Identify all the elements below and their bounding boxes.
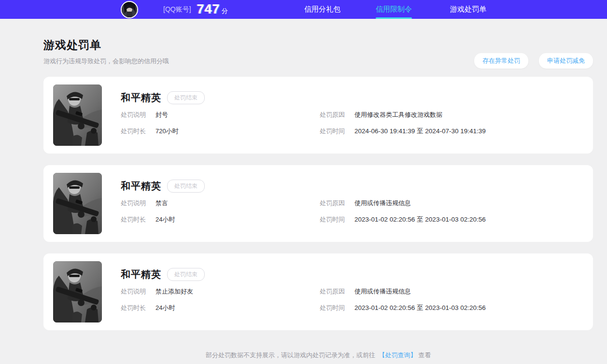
- tab-credit-gift[interactable]: 信用分礼包: [304, 0, 340, 19]
- reason-value: 使用或传播违规信息: [354, 287, 593, 296]
- main-content: 游戏处罚单 游戏行为违规导致处罚，会影响您的信用分哦 存在异常处罚 申请处罚减免: [43, 19, 593, 360]
- desc-value: 禁言: [155, 199, 320, 208]
- credit-score-unit: 分: [222, 7, 228, 15]
- duration-value: 720小时: [155, 127, 320, 136]
- desc-value: 禁止添加好友: [155, 287, 320, 296]
- reason-label: 处罚原因: [320, 199, 354, 208]
- reason-label: 处罚原因: [320, 111, 354, 119]
- reason-value: 使用或传播违规信息: [354, 199, 593, 208]
- top-navbar: [QQ账号] 747 分 信用分礼包 信用限制令 游戏处罚单: [0, 0, 607, 19]
- desc-label: 处罚说明: [121, 287, 155, 296]
- game-cover-image: [53, 261, 102, 322]
- game-thumbnail: [53, 173, 102, 234]
- navbar-tabs: 信用分礼包 信用限制令 游戏处罚单: [304, 0, 486, 19]
- header-buttons: 存在异常处罚 申请处罚减免: [474, 53, 593, 69]
- duration-label: 处罚时长: [121, 215, 155, 224]
- tab-credit-restriction[interactable]: 信用限制令: [376, 0, 412, 19]
- status-badge: 处罚结束: [167, 268, 205, 281]
- page-header: 游戏处罚单 游戏行为违规导致处罚，会影响您的信用分哦 存在异常处罚 申请处罚减免: [43, 19, 593, 66]
- game-thumbnail: [53, 84, 102, 146]
- time-label: 处罚时间: [320, 127, 354, 136]
- duration-value: 24小时: [155, 304, 320, 312]
- desc-label: 处罚说明: [121, 111, 155, 119]
- game-cover-image: [53, 173, 102, 234]
- time-label: 处罚时间: [320, 215, 354, 224]
- page-title: 游戏处罚单: [43, 38, 593, 53]
- user-avatar[interactable]: [121, 1, 138, 18]
- footer-text-before: 部分处罚数据不支持展示，请以游戏内处罚记录为准，或前往: [206, 351, 375, 359]
- tab-game-penalty[interactable]: 游戏处罚单: [450, 0, 486, 19]
- time-value: 2024-06-30 19:41:39 至 2024-07-30 19:41:3…: [354, 127, 593, 136]
- penalty-card: 和平精英 处罚结束 处罚说明 禁止添加好友 处罚原因 使用或传播违规信息 处罚时…: [43, 253, 593, 330]
- desc-label: 处罚说明: [121, 199, 155, 208]
- time-label: 处罚时间: [320, 304, 354, 312]
- reason-label: 处罚原因: [320, 287, 354, 296]
- footer-text-after: 查看: [418, 351, 431, 359]
- status-badge: 处罚结束: [167, 180, 205, 193]
- account-type-label: [QQ账号]: [163, 5, 191, 14]
- time-value: 2023-01-02 02:20:56 至 2023-01-03 02:20:5…: [354, 304, 593, 312]
- penalty-query-link[interactable]: 【处罚查询】: [379, 351, 417, 359]
- time-value: 2023-01-02 02:20:56 至 2023-01-03 02:20:5…: [354, 215, 593, 224]
- duration-value: 24小时: [155, 215, 320, 224]
- game-name: 和平精英: [121, 268, 161, 281]
- duration-label: 处罚时长: [121, 304, 155, 312]
- credit-score: [QQ账号] 747 分: [163, 0, 228, 19]
- game-name: 和平精英: [121, 91, 161, 104]
- penalty-card-body: 和平精英 处罚结束 处罚说明 禁言 处罚原因 使用或传播违规信息 处罚时长 24…: [121, 173, 593, 234]
- reason-value: 使用修改器类工具修改游戏数据: [354, 111, 593, 119]
- avatar-image: [122, 2, 137, 17]
- game-thumbnail: [53, 261, 102, 322]
- game-cover-image: [53, 84, 102, 146]
- penalty-card: 和平精英 处罚结束 处罚说明 禁言 处罚原因 使用或传播违规信息 处罚时长 24…: [43, 165, 593, 242]
- penalty-card-body: 和平精英 处罚结束 处罚说明 禁止添加好友 处罚原因 使用或传播违规信息 处罚时…: [121, 261, 593, 322]
- desc-value: 封号: [155, 111, 320, 119]
- penalty-reduction-button[interactable]: 申请处罚减免: [539, 53, 593, 69]
- status-badge: 处罚结束: [167, 91, 205, 104]
- footer-note: 部分处罚数据不支持展示，请以游戏内处罚记录为准，或前往 【处罚查询】 查看: [43, 351, 593, 360]
- credit-score-value: 747: [197, 2, 220, 17]
- game-name: 和平精英: [121, 180, 161, 193]
- penalty-card-body: 和平精英 处罚结束 处罚说明 封号 处罚原因 使用修改器类工具修改游戏数据 处罚…: [121, 84, 593, 146]
- abnormal-penalty-button[interactable]: 存在异常处罚: [474, 53, 528, 69]
- penalty-card: 和平精英 处罚结束 处罚说明 封号 处罚原因 使用修改器类工具修改游戏数据 处罚…: [43, 77, 593, 154]
- duration-label: 处罚时长: [121, 127, 155, 136]
